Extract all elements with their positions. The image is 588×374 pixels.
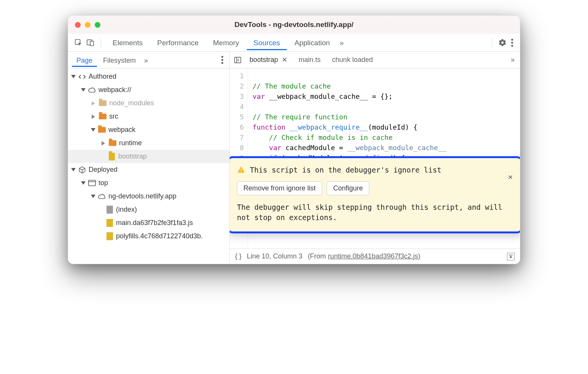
folder-icon: [98, 126, 106, 134]
more-menu-icon[interactable]: [509, 36, 515, 49]
tree-group-authored[interactable]: Authored: [68, 70, 229, 83]
file-icon: [105, 232, 114, 241]
svg-rect-6: [241, 171, 242, 172]
tree-label: polyfills.4c768d7122740d3b.: [116, 232, 203, 240]
sidebar-more-icon[interactable]: [219, 54, 226, 66]
separator: [101, 38, 101, 47]
chevron-down-icon: [71, 168, 76, 173]
inspect-icon[interactable]: [73, 37, 84, 48]
devtools-tabs: Elements Performance Memory Sources Appl…: [68, 34, 520, 52]
chevron-down-icon: [71, 75, 76, 79]
cube-icon: [78, 166, 86, 174]
chevron-right-icon: [92, 101, 96, 106]
tree-label: bootstrap: [118, 152, 147, 160]
settings-icon[interactable]: [497, 37, 508, 48]
scroll-top-icon[interactable]: [507, 253, 515, 260]
close-tab-icon[interactable]: ✕: [282, 56, 287, 64]
cloud-icon: [98, 192, 106, 201]
tree-item-host[interactable]: ng-devtools.netlify.app: [68, 190, 229, 203]
file-tree: Authored webpack:// node_modules src: [68, 68, 229, 264]
tabs-overflow[interactable]: »: [337, 35, 346, 50]
tree-item-webpack-dir[interactable]: webpack: [68, 123, 229, 136]
tree-item-bootstrap[interactable]: bootstrap: [68, 150, 229, 163]
file-icon: [108, 152, 116, 161]
sidebar-tabs: Page Filesystem »: [68, 52, 229, 68]
folder-icon: [99, 113, 107, 121]
tree-item-webpack[interactable]: webpack://: [68, 83, 229, 97]
chevron-down-icon: [91, 128, 95, 133]
file-icon: [105, 219, 114, 227]
maximize-window-button[interactable]: [95, 22, 100, 28]
tree-label: ng-devtools.netlify.app: [108, 192, 176, 200]
cursor-position: Line 10, Column 3: [247, 252, 302, 260]
callout-title: This script is on the debugger's ignore …: [250, 165, 441, 175]
tree-group-deployed[interactable]: Deployed: [68, 163, 229, 176]
source-editor: bootstrap ✕ main.ts chunk loaded » 12345…: [230, 52, 520, 264]
warning-icon: [237, 166, 245, 174]
tree-item-index[interactable]: (index): [68, 203, 229, 216]
source-origin-link[interactable]: runtime.0b841bad3967f3c2.js: [328, 252, 418, 260]
svg-rect-5: [241, 169, 242, 171]
tree-item-runtime[interactable]: runtime: [68, 136, 229, 150]
tree-label: Deployed: [89, 166, 118, 174]
chevron-down-icon: [81, 88, 86, 93]
close-window-button[interactable]: [75, 22, 81, 28]
tree-label: webpack: [108, 126, 135, 134]
editor-tab-bootstrap[interactable]: bootstrap ✕: [245, 54, 292, 66]
window-title: DevTools - ng-devtools.netlify.app/: [235, 21, 354, 29]
editor-tab-main[interactable]: main.ts: [294, 54, 325, 66]
separator: [492, 38, 492, 47]
ignore-list-callout: This script is on the debugger's ignore …: [230, 156, 520, 233]
svg-rect-2: [90, 41, 94, 46]
editor-statusbar: { } Line 10, Column 3 (From runtime.0b84…: [230, 249, 520, 264]
tree-item-polyfills[interactable]: polyfills.4c768d7122740d3b.: [68, 230, 229, 243]
tree-label: main.da63f7b2fe3f1fa3.js: [116, 219, 193, 227]
cloud-icon: [88, 86, 96, 94]
configure-button[interactable]: Configure: [327, 181, 369, 195]
frame-icon: [88, 179, 96, 187]
folder-icon: [108, 139, 117, 147]
window-titlebar: DevTools - ng-devtools.netlify.app/: [68, 16, 520, 34]
device-toggle-icon[interactable]: [85, 37, 96, 48]
editor-tabs-overflow[interactable]: »: [509, 54, 517, 66]
tree-item-top[interactable]: top: [68, 176, 229, 190]
tree-item-mainjs[interactable]: main.da63f7b2fe3f1fa3.js: [68, 216, 229, 230]
tree-item-src[interactable]: src: [68, 110, 229, 123]
tree-label: (index): [116, 206, 137, 214]
remove-from-ignore-button[interactable]: Remove from ignore list: [237, 181, 322, 195]
tab-elements[interactable]: Elements: [106, 35, 149, 50]
svg-rect-3: [89, 180, 95, 186]
sidebar-tab-page[interactable]: Page: [72, 53, 97, 67]
callout-detail: The debugger will skip stepping through …: [237, 202, 513, 223]
source-origin: (From runtime.0b841bad3967f3c2.js): [308, 252, 420, 260]
close-callout-icon[interactable]: ✕: [508, 172, 513, 182]
window-controls: [75, 22, 100, 28]
devtools-window: DevTools - ng-devtools.netlify.app/ Elem…: [68, 15, 520, 264]
folder-icon: [99, 99, 107, 108]
tree-item-node-modules[interactable]: node_modules: [68, 97, 229, 110]
chevron-right-icon: [102, 141, 106, 146]
sidebar-tabs-overflow[interactable]: »: [142, 53, 150, 67]
main-split: Page Filesystem » Authored webpack://: [68, 52, 520, 264]
tree-label: webpack://: [99, 86, 131, 94]
editor-tabs: bootstrap ✕ main.ts chunk loaded »: [230, 52, 520, 68]
chevron-down-icon: [91, 195, 95, 199]
editor-tab-chunk[interactable]: chunk loaded: [327, 54, 377, 66]
minimize-window-button[interactable]: [85, 22, 91, 28]
chevron-down-icon: [81, 181, 86, 186]
tab-memory[interactable]: Memory: [206, 35, 246, 50]
tab-sources[interactable]: Sources: [247, 35, 287, 50]
tree-label: src: [109, 113, 118, 120]
sidebar-tab-filesystem[interactable]: Filesystem: [99, 53, 140, 67]
tree-label: runtime: [119, 139, 142, 147]
format-braces-icon[interactable]: { }: [235, 252, 242, 260]
code-icon: [78, 73, 86, 81]
editor-tab-label: bootstrap: [250, 56, 278, 64]
tree-label: Authored: [89, 73, 116, 81]
tab-application[interactable]: Application: [288, 35, 337, 50]
tree-label: top: [99, 179, 108, 187]
chevron-right-icon: [92, 114, 96, 119]
tab-performance[interactable]: Performance: [150, 35, 205, 50]
navigate-back-icon[interactable]: [233, 56, 243, 64]
code-area[interactable]: 123456789 // The module cache var __webp…: [230, 68, 520, 249]
